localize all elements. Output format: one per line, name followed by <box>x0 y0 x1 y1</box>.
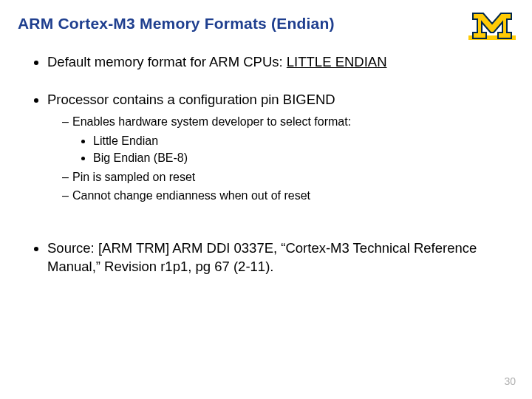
bullet-2-2: Pin is sampled on reset <box>62 169 502 185</box>
bullet-2-3: Cannot change endianness when out of res… <box>62 188 502 204</box>
bullet-3: Source: [ARM TRM] ARM DDI 0337E, “Cortex… <box>47 239 502 276</box>
slide: ARM Cortex-M3 Memory Formats (Endian) De… <box>0 0 532 399</box>
bullet-2-1-text: Enables hardware system developer to sel… <box>72 115 351 128</box>
bullet-1: Default memory format for ARM CPUs: LITT… <box>47 53 502 72</box>
bullet-list: Default memory format for ARM CPUs: LITT… <box>27 53 502 276</box>
page-number: 30 <box>504 375 516 387</box>
content-area: Default memory format for ARM CPUs: LITT… <box>27 53 502 296</box>
umich-logo <box>468 10 516 40</box>
bullet-1-emph: LITTLE ENDIAN <box>287 54 387 69</box>
bullet-1-pre: Default memory format for ARM CPUs: <box>47 54 287 69</box>
bullet-2-1-sublist: Little Endian Big Endian (BE-8) <box>72 133 502 166</box>
slide-title: ARM Cortex-M3 Memory Formats (Endian) <box>18 15 335 33</box>
bullet-2-1-a: Little Endian <box>93 133 502 149</box>
bullet-2-sublist: Enables hardware system developer to sel… <box>47 114 502 204</box>
bullet-2-1: Enables hardware system developer to sel… <box>62 114 502 166</box>
bullet-2-1-b: Big Endian (BE-8) <box>93 150 502 166</box>
bullet-2: Processor contains a configuration pin B… <box>47 91 502 204</box>
bullet-2-text: Processor contains a configuration pin B… <box>47 92 335 107</box>
